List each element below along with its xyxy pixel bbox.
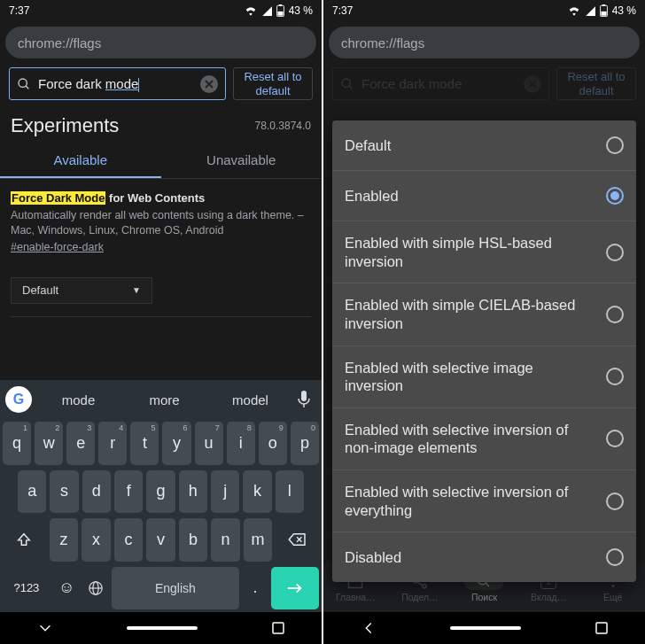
status-bar: 7:37 43 % [323,0,645,21]
svg-point-19 [342,79,350,87]
key-r[interactable]: r4 [98,422,127,465]
key-p[interactable]: p0 [291,422,319,465]
enter-key[interactable] [271,567,319,610]
flag-tabs: Available Unavailable [0,141,322,178]
key-x[interactable]: x [82,518,111,562]
key-u[interactable]: u7 [195,422,223,465]
suggestion[interactable]: model [207,392,293,407]
svg-rect-2 [277,12,283,16]
option-item[interactable]: Disabled [332,532,636,582]
svg-point-3 [19,79,27,87]
key-h[interactable]: h [179,470,207,514]
nav-down-icon[interactable] [37,620,53,636]
option-item[interactable]: Enabled with selective inversion of ever… [332,470,636,531]
option-item[interactable]: Enabled with selective image inversion [332,346,636,407]
symbols-key[interactable]: ?123 [3,567,51,610]
address-text: chrome://flags [18,35,101,50]
option-item[interactable]: Enabled with selective inversion of non-… [332,408,636,469]
svg-rect-18 [601,12,606,16]
experiments-header: Experiments 78.0.3874.0 [0,107,322,141]
address-bar[interactable]: chrome://flags [5,27,316,58]
flag-dropdown[interactable]: Default ▼ [11,277,152,304]
radio-icon [606,136,624,154]
key-s[interactable]: s [50,470,78,514]
flag-title: Force Dark Mode for Web Contents [11,191,311,205]
spacebar[interactable]: English [112,567,238,610]
phone-left: 7:37 43 % chrome://flags Force dark mode… [0,0,322,644]
option-label: Enabled with simple HSL-based inversion [345,234,595,270]
battery-percent: 43 % [289,4,313,17]
android-navbar [323,612,645,644]
signal-icon [585,5,595,16]
shift-icon [16,531,32,547]
nav-pill-icon[interactable] [450,626,521,630]
emoji-key[interactable]: ☺ [54,567,80,610]
google-icon[interactable]: G [5,386,32,413]
reset-all-button[interactable]: Reset all to default [233,67,313,100]
language-key[interactable] [82,567,108,610]
option-label: Enabled [345,187,404,206]
nav-back-icon[interactable] [361,620,377,636]
version-text: 78.0.3874.0 [255,120,311,132]
key-z[interactable]: z [50,518,79,562]
key-m[interactable]: m [244,518,273,562]
search-row-dimmed: Force dark mode Reset all to default [323,62,645,100]
status-icons: 43 % [245,4,313,17]
key-j[interactable]: j [211,470,239,514]
keyboard[interactable]: G modemoremodel q1w2e3r4t5y6u7i8o9p0 asd… [0,380,322,644]
shift-key[interactable] [3,518,46,562]
divider [11,316,311,317]
flag-anchor[interactable]: #enable-force-dark [11,241,104,253]
key-y[interactable]: y6 [162,422,190,465]
nav-square-icon[interactable] [271,621,285,635]
key-k[interactable]: k [243,470,271,514]
options-popover[interactable]: DefaultEnabledEnabled with simple HSL-ba… [332,120,636,582]
nav-pill-icon[interactable] [127,626,198,630]
mic-icon[interactable] [297,391,316,408]
backspace-key[interactable] [276,518,319,562]
key-b[interactable]: b [179,518,208,562]
tab-unavailable[interactable]: Unavailable [161,141,322,178]
content-area: Force dark mode Reset all to default Def… [323,62,645,644]
search-input: Force dark mode [332,67,549,100]
key-w[interactable]: w2 [35,422,63,465]
nav-square-icon[interactable] [594,621,609,635]
key-n[interactable]: n [211,518,240,562]
option-item[interactable]: Default [332,120,636,170]
android-navbar [0,612,322,644]
tab-available[interactable]: Available [0,141,161,178]
battery-icon [276,4,284,17]
radio-icon [606,548,624,566]
key-v[interactable]: v [146,518,175,562]
address-bar[interactable]: chrome://flags [329,27,640,58]
key-o[interactable]: o9 [259,422,287,465]
key-f[interactable]: f [114,470,143,514]
search-input[interactable]: Force dark mode [9,67,226,100]
option-item[interactable]: Enabled with simple CIELAB-based inversi… [332,283,636,345]
key-t[interactable]: t5 [130,422,159,465]
suggestion[interactable]: more [121,392,207,407]
clear-search-button[interactable] [200,75,218,93]
svg-rect-15 [273,623,284,633]
key-a[interactable]: a [18,470,46,514]
search-value: Force dark mode [38,76,193,92]
svg-rect-7 [301,391,307,401]
period-key[interactable]: . [243,567,268,610]
key-e[interactable]: e3 [66,422,95,465]
wifi-icon [568,5,580,16]
svg-point-32 [611,585,614,587]
key-l[interactable]: l [276,470,304,514]
suggestion[interactable]: mode [35,392,121,407]
key-c[interactable]: c [114,518,144,562]
key-i[interactable]: i8 [227,422,255,465]
option-item[interactable]: Enabled with simple HSL-based inversion [332,221,636,283]
option-item[interactable]: Enabled [332,171,636,221]
search-row: Force dark mode Reset all to default [0,62,322,107]
chevron-down-icon: ▼ [132,285,141,295]
wifi-icon [245,5,257,16]
svg-rect-33 [596,623,607,633]
option-label: Enabled with selective image inversion [345,359,595,395]
key-g[interactable]: g [146,470,175,514]
key-q[interactable]: q1 [3,422,31,465]
key-d[interactable]: d [82,470,111,514]
